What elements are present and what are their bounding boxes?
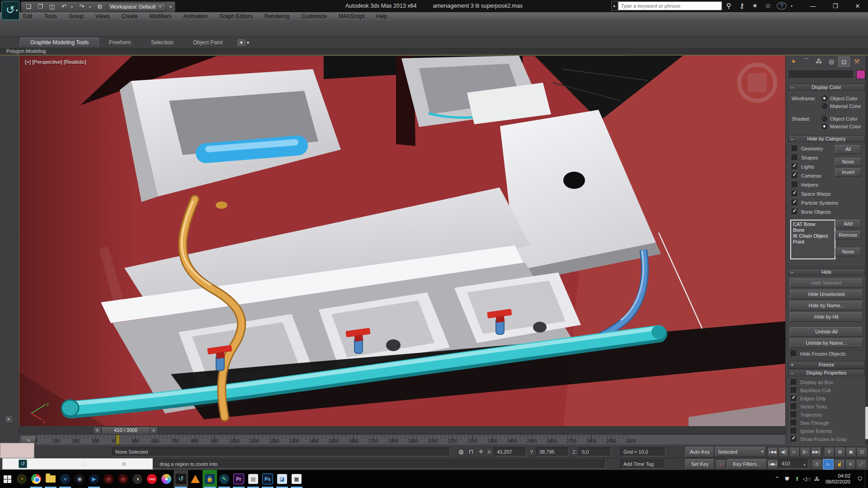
taskbar-paint-ball[interactable]: ● [159,470,174,488]
checkbox[interactable] [791,387,797,394]
radio-button[interactable] [821,116,827,122]
category-filter-button[interactable]: None [835,158,861,166]
new-file-icon[interactable]: ❏ [24,3,33,11]
display-tab-icon[interactable]: ⊡ [838,56,850,67]
redo-caret-icon[interactable]: ▾ [89,5,93,9]
checkbox[interactable] [792,182,798,188]
app-menu-button[interactable]: ↺▼ [1,1,19,20]
search-prompt-icon[interactable]: ▸ [611,1,618,11]
key-mode-toggle-icon[interactable]: |◀▶| [767,459,778,469]
taskbar-disc-app[interactable]: ◑ [130,470,145,488]
hierarchy-tab-icon[interactable]: ⁂ [813,56,825,67]
checkbox[interactable] [791,351,797,357]
tray-network-icon[interactable]: 🖧 [812,476,822,482]
mini-close-icon[interactable]: ✕ [121,460,127,468]
mini-window-titlebar[interactable]: ↺ ▢ ✕ [2,458,153,469]
scrollbar-thumb[interactable] [865,407,868,439]
menu-item[interactable]: Rendering [259,13,295,19]
start-button[interactable] [0,470,14,488]
motion-tab-icon[interactable]: ◎ [826,56,837,67]
checkbox[interactable] [792,173,798,179]
time-slider-handle[interactable]: 410 / 3000 [101,427,150,435]
key-filters-button[interactable]: Key Filters... [727,459,767,469]
mini-window-content[interactable] [0,443,34,458]
mini-restore-icon[interactable]: ▢ [81,461,86,467]
zoom-icon[interactable]: ⚲ [824,447,835,457]
track-bar[interactable]: ≈ 01002003004005006007008009001000110012… [19,435,785,445]
hide-action-button[interactable]: Hide by Name... [790,301,863,310]
undo-icon[interactable]: ↶ [59,3,68,11]
spinner-arrows-icon[interactable]: ▲▼ [802,460,807,467]
help-icon[interactable]: ? [777,2,787,9]
menu-item[interactable]: Tools [38,13,63,19]
checkbox[interactable] [791,379,797,385]
taskbar-daemon-tools-2[interactable]: ◎ [116,470,130,488]
taskbar-daemon-tools[interactable]: ◎ [101,470,116,488]
hide-action-button[interactable]: Unhide by Name... [790,338,863,348]
taskbar-photoshop[interactable]: Ps [260,470,275,488]
menu-item[interactable]: Views [90,13,116,19]
menu-item[interactable]: Create [116,13,144,19]
checkbox[interactable] [791,404,797,410]
list-item[interactable]: Bone [793,227,833,233]
taskbar-premiere-pro[interactable]: Pr [231,470,246,488]
key-filters-curve-icon[interactable]: ∿ [715,459,726,469]
play-animation-icon[interactable]: ▷ [789,447,800,457]
previous-frame-icon[interactable]: ◀|| [778,447,789,457]
tray-shield-icon[interactable]: ⛊ [782,476,792,482]
taskbar-file-explorer[interactable] [43,470,58,488]
utilities-tab-icon[interactable]: ⚒ [851,56,863,67]
checkbox[interactable] [791,412,797,418]
menu-item[interactable]: Animation [178,13,213,19]
zoom-extents-icon[interactable]: ▣ [845,447,856,457]
zoom-all-icon[interactable]: ⊞ [835,447,845,457]
minimize-button[interactable]: — [806,3,820,9]
taskbar-security-lock[interactable]: 🔒 [203,470,217,488]
menu-item[interactable]: Graph Editors [213,13,259,19]
ribbon-config-button[interactable]: ◉▾ [237,39,250,47]
checkbox[interactable] [792,191,798,197]
z-coordinate-field[interactable]: 0,0 [579,447,611,456]
category-filter-button[interactable]: All [835,145,861,154]
taskbar-dvdfab[interactable]: FAB [145,470,159,488]
hide-action-button[interactable]: Unhide All [790,327,863,337]
checkbox[interactable] [792,164,798,170]
current-frame-field[interactable]: 410▲▼ [778,459,808,469]
checkbox[interactable] [791,395,797,402]
list-item[interactable]: CAT Bone [793,221,833,227]
tray-update-icon[interactable]: ⬆ [792,476,802,482]
modify-tab-icon[interactable]: ⌒ [800,56,812,67]
freeze-rollout[interactable]: +Freeze [788,361,865,369]
go-to-end-icon[interactable]: ▶▶| [811,447,821,457]
checkbox[interactable] [792,209,798,215]
list-item[interactable]: IK Chain Object [793,233,833,239]
viewport-label[interactable]: [+] [Perspective] [Realistic] [25,59,86,65]
taskbar-media-forward[interactable]: » [58,470,72,488]
current-frame-marker[interactable] [116,435,120,445]
ribbon-tab[interactable]: Object Paint [183,38,232,47]
ribbon-tab[interactable]: Selection [141,38,183,47]
selection-lock-icon[interactable]: ⊓ [467,447,476,456]
object-color-swatch[interactable] [856,70,865,79]
y-coordinate-field[interactable]: 38,795 [536,447,569,456]
list-item[interactable]: Point [793,239,833,245]
zoom-extents-all-icon[interactable]: ◳ [856,447,867,457]
menu-item[interactable]: MAXScript [333,13,370,19]
hide-action-button[interactable]: Hide by Hit [790,312,863,322]
object-name-field[interactable] [789,70,854,79]
taskbar-3ds-max[interactable]: ↺ [174,470,188,488]
menu-item[interactable]: Customize [295,13,333,19]
show-desktop-button[interactable] [865,470,868,488]
taskbar-media-player[interactable]: ▶ [87,470,101,488]
expand-panel-arrow-icon[interactable]: ▸ [5,415,13,423]
checkbox[interactable] [792,200,798,206]
checkbox[interactable] [791,436,797,442]
next-frame-icon[interactable]: ||▷ [800,447,811,457]
panel-scrollbar[interactable] [865,56,868,445]
prompt-bulb-icon[interactable]: ◍ [457,447,466,456]
next-frame-button[interactable]: > [150,427,158,435]
taskbar-spreadsheet[interactable]: ▦ [289,470,304,488]
undo-caret-icon[interactable]: ▾ [71,5,75,9]
ribbon-tab[interactable]: Freeform [99,38,141,47]
checkbox[interactable] [791,428,797,434]
